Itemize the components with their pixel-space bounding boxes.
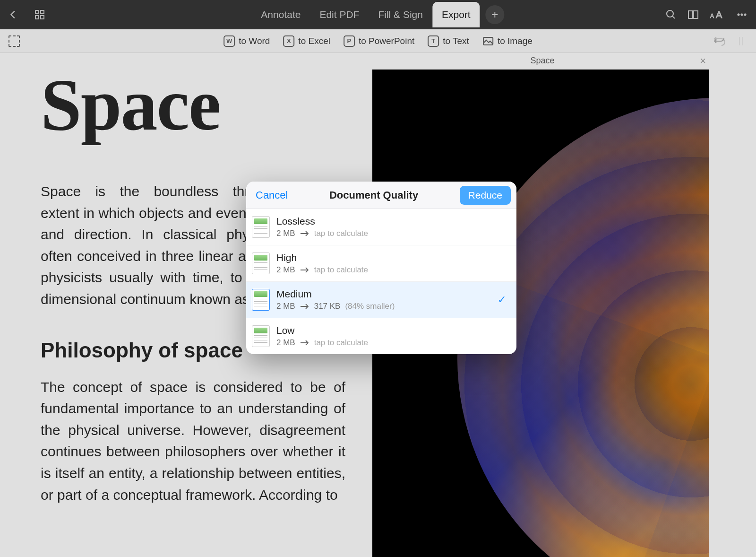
arrow-right-icon bbox=[300, 267, 309, 273]
svg-rect-3 bbox=[41, 16, 44, 19]
svg-text:A: A bbox=[710, 13, 714, 19]
modal-header: Cancel Document Quality Reduce bbox=[246, 182, 516, 209]
text-icon: T bbox=[428, 35, 439, 47]
quality-name: Low bbox=[276, 325, 508, 336]
size-to: tap to calculate bbox=[314, 265, 368, 275]
svg-rect-0 bbox=[35, 10, 39, 14]
reduce-button[interactable]: Reduce bbox=[460, 186, 511, 205]
main-toolbar: Annotate Edit PDF Fill & Sign Export AA bbox=[0, 0, 756, 29]
quality-info: 2 MB tap to calculate bbox=[276, 338, 508, 348]
excel-icon: X bbox=[283, 35, 294, 47]
size-to: tap to calculate bbox=[314, 229, 368, 238]
svg-rect-1 bbox=[41, 10, 44, 14]
thumbnail-icon bbox=[252, 325, 270, 347]
quality-option-medium[interactable]: Medium 2 MB 317 KB (84% smaller) ✓ bbox=[246, 282, 516, 318]
quality-info: 2 MB tap to calculate bbox=[276, 229, 508, 238]
export-to-text[interactable]: T to Text bbox=[428, 35, 469, 47]
quality-option-high[interactable]: High 2 MB tap to calculate bbox=[246, 245, 516, 282]
preview-title: Space bbox=[372, 53, 713, 70]
tab-edit-pdf[interactable]: Edit PDF bbox=[310, 3, 369, 26]
export-to-powerpoint[interactable]: P to PowerPoint bbox=[344, 35, 414, 47]
arrow-right-icon bbox=[300, 231, 309, 236]
quality-name: High bbox=[276, 252, 508, 263]
image-icon bbox=[482, 35, 494, 47]
modal-title: Document Quality bbox=[329, 189, 418, 201]
size-from: 2 MB bbox=[276, 302, 295, 311]
close-preview-button[interactable]: × bbox=[700, 55, 706, 67]
arrow-right-icon bbox=[300, 304, 309, 309]
back-button[interactable] bbox=[7, 8, 20, 21]
export-to-excel[interactable]: X to Excel bbox=[283, 35, 330, 47]
reader-view-button[interactable] bbox=[687, 8, 700, 21]
tab-export[interactable]: Export bbox=[432, 2, 480, 27]
grid-view-button[interactable] bbox=[33, 8, 46, 21]
size-to: tap to calculate bbox=[314, 338, 368, 348]
svg-point-12 bbox=[744, 14, 746, 16]
export-to-image-label: to Image bbox=[498, 36, 533, 46]
size-from: 2 MB bbox=[276, 229, 295, 238]
document-title: Space bbox=[41, 62, 345, 148]
document-quality-modal: Cancel Document Quality Reduce Lossless … bbox=[246, 182, 516, 354]
cancel-button[interactable]: Cancel bbox=[256, 189, 288, 201]
tab-annotate[interactable]: Annotate bbox=[251, 3, 310, 26]
selection-tool-button[interactable] bbox=[9, 35, 20, 47]
size-to: 317 KB bbox=[314, 302, 341, 311]
search-button[interactable] bbox=[664, 8, 678, 21]
tab-fill-sign[interactable]: Fill & Sign bbox=[369, 3, 432, 26]
svg-rect-2 bbox=[35, 16, 39, 19]
quality-name: Medium bbox=[276, 288, 508, 300]
document-paragraph-2: The concept of space is considered to be… bbox=[41, 376, 345, 506]
export-to-powerpoint-label: to PowerPoint bbox=[359, 36, 414, 46]
thumbnail-icon bbox=[252, 216, 270, 238]
checkmark-icon: ✓ bbox=[498, 294, 506, 306]
thumbnail-icon bbox=[252, 252, 270, 274]
text-size-button[interactable]: AA bbox=[710, 8, 726, 21]
size-from: 2 MB bbox=[276, 338, 295, 348]
svg-point-11 bbox=[741, 14, 743, 16]
size-reduction: (84% smaller) bbox=[345, 302, 395, 311]
svg-point-10 bbox=[738, 14, 739, 16]
svg-line-7 bbox=[672, 16, 675, 18]
export-to-image[interactable]: to Image bbox=[482, 35, 533, 47]
svg-text:A: A bbox=[716, 9, 722, 20]
thumbnail-icon bbox=[252, 289, 270, 311]
export-toolbar: W to Word X to Excel P to PowerPoint T t… bbox=[0, 29, 756, 53]
export-to-excel-label: to Excel bbox=[298, 36, 330, 46]
word-icon: W bbox=[223, 35, 235, 47]
quality-option-low[interactable]: Low 2 MB tap to calculate bbox=[246, 318, 516, 354]
more-options-button[interactable] bbox=[735, 8, 748, 21]
export-to-word[interactable]: W to Word bbox=[223, 35, 270, 47]
quality-info: 2 MB tap to calculate bbox=[276, 265, 508, 275]
undo-button[interactable] bbox=[713, 35, 726, 48]
redo-button[interactable] bbox=[734, 35, 747, 48]
quality-name: Lossless bbox=[276, 216, 508, 227]
svg-point-6 bbox=[667, 10, 673, 17]
quality-info: 2 MB 317 KB (84% smaller) bbox=[276, 302, 508, 311]
add-tab-button[interactable] bbox=[486, 5, 505, 24]
arrow-right-icon bbox=[300, 340, 309, 346]
powerpoint-icon: P bbox=[344, 35, 355, 47]
export-to-text-label: to Text bbox=[443, 36, 469, 46]
export-to-word-label: to Word bbox=[239, 36, 270, 46]
quality-option-lossless[interactable]: Lossless 2 MB tap to calculate bbox=[246, 209, 516, 245]
size-from: 2 MB bbox=[276, 265, 295, 275]
